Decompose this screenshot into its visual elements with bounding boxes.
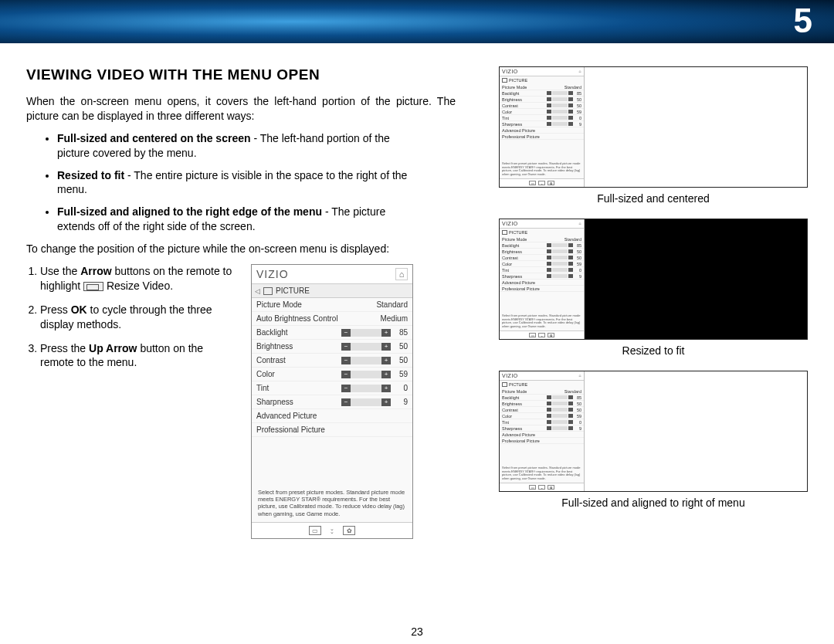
intro-paragraph: When the on-screen menu opens, it covers… (26, 94, 456, 124)
step-item: Press OK to cycle through the three disp… (40, 303, 239, 332)
caption-aligned: Full-sized and aligned to right of menu (499, 497, 808, 509)
menu-slider-row: Sharpness−+9 (252, 395, 412, 409)
menu-brand: VIZIO (256, 268, 395, 280)
menu-help-text: Select from preset picture modes. Standa… (252, 437, 412, 522)
menu-slider-row: Tint−+0 (252, 381, 412, 395)
list-item: Full-sized and centered on the screen - … (57, 131, 456, 161)
picture-icon (263, 287, 273, 295)
slider: −+ (341, 357, 391, 364)
slider: −+ (341, 398, 391, 406)
slider: −+ (341, 385, 391, 392)
steps-column: Use the Arrow buttons on the remote to h… (26, 264, 239, 539)
menu-slider-row: Backlight−+85 (252, 326, 412, 340)
page-heading: VIEWING VIDEO WITH THE MENU OPEN (26, 66, 456, 83)
plus-icon: + (381, 343, 391, 351)
menu-row: Picture Mode Standard (252, 298, 412, 312)
slider: −+ (341, 371, 391, 378)
slider: −+ (341, 329, 391, 337)
steps-list: Use the Arrow buttons on the remote to h… (26, 264, 239, 370)
osd-menu-panel: VIZIO ⌂ ◁ PICTURE Picture Mode Standard … (251, 264, 413, 539)
resize-video-icon (83, 282, 103, 291)
illustration-centered: VIZIO⌂PICTUREPicture ModeStandardBacklig… (499, 66, 808, 188)
menu-row: Professional Picture (252, 423, 412, 437)
plus-icon: + (381, 357, 391, 364)
list-item: Full-sized and aligned to the right edge… (57, 205, 456, 234)
menu-column: VIZIO ⌂ ◁ PICTURE Picture Mode Standard … (251, 264, 456, 539)
menu-title-row: VIZIO ⌂ (252, 265, 412, 284)
change-instruction: To change the position of the picture wh… (26, 242, 456, 256)
caption-resized: Resized to fit (499, 344, 808, 357)
header-bar: 5 (0, 0, 834, 43)
resize-icon: ▭ (309, 526, 321, 535)
right-column: VIZIO⌂PICTUREPicture ModeStandardBacklig… (479, 66, 808, 539)
minus-icon: − (341, 398, 351, 406)
menu-row: Advanced Picture (252, 409, 412, 423)
minus-icon: − (341, 385, 351, 392)
illustration-aligned: VIZIO⌂PICTUREPicture ModeStandardBacklig… (499, 371, 808, 492)
home-icon: ⌂ (395, 268, 408, 280)
menu-slider-row: Color−+59 (252, 368, 412, 381)
left-column: VIEWING VIDEO WITH THE MENU OPEN When th… (26, 66, 456, 539)
minus-icon: − (341, 329, 351, 337)
steps-and-menu: Use the Arrow buttons on the remote to h… (26, 264, 456, 539)
list-item: Resized to fit - The entire picture is v… (57, 168, 456, 198)
gear-icon: ✿ (343, 526, 355, 535)
chapter-number: 5 (794, 2, 812, 40)
minus-icon: − (341, 357, 351, 364)
chevron-down-icon: ⌄⌄ (326, 526, 338, 535)
plus-icon: + (381, 371, 391, 378)
page-content: VIEWING VIDEO WITH THE MENU OPEN When th… (0, 43, 834, 548)
menu-footer: ▭ ⌄⌄ ✿ (252, 522, 412, 538)
illustration-resized: VIZIO⌂PICTUREPicture ModeStandardBacklig… (499, 219, 808, 340)
menu-section: PICTURE (276, 286, 310, 295)
page-number: 23 (411, 625, 423, 638)
minus-icon: − (341, 343, 351, 351)
plus-icon: + (381, 329, 391, 337)
menu-slider-row: Contrast−+50 (252, 354, 412, 368)
menu-section-row: ◁ PICTURE (252, 284, 412, 298)
menu-slider-row: Brightness−+50 (252, 340, 412, 354)
plus-icon: + (381, 398, 391, 406)
display-modes-list: Full-sized and centered on the screen - … (26, 131, 456, 234)
minus-icon: − (341, 371, 351, 378)
step-item: Press the Up Arrow button on the remote … (40, 341, 239, 371)
plus-icon: + (381, 385, 391, 392)
step-item: Use the Arrow buttons on the remote to h… (40, 264, 239, 293)
caption-centered: Full-sized and centered (499, 192, 808, 205)
back-icon: ◁ (255, 287, 260, 295)
menu-row: Auto Brightness Control Medium (252, 312, 412, 326)
slider: −+ (341, 343, 391, 351)
